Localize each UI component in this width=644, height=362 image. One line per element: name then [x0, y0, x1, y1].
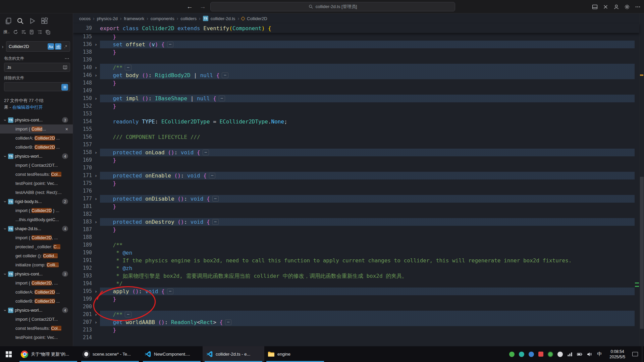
folded-ellipsis-icon[interactable]: ⋯: [125, 65, 131, 70]
code-line[interactable]: 158› protected onLoad (): void {⋯: [73, 149, 635, 156]
code-line[interactable]: 187 }: [73, 226, 635, 234]
collapse-all-icon[interactable]: [45, 30, 50, 35]
fold-chevron-icon[interactable]: ›: [92, 288, 100, 295]
sticky-scroll-line[interactable]: 39 export class Collider2D extends Event…: [73, 23, 639, 33]
tray-icon-red[interactable]: [538, 352, 543, 357]
code-line[interactable]: 175 }: [73, 179, 635, 187]
result-match-row[interactable]: ...this.rigidBody.getC...: [0, 215, 73, 224]
fold-chevron-icon[interactable]: ›: [92, 149, 100, 156]
breadcrumb-item[interactable]: cocos: [79, 16, 91, 21]
code-line[interactable]: 156 /// COMPONENT LIFECYCLE ///: [73, 133, 635, 141]
files-icon[interactable]: [5, 17, 12, 24]
back-arrow-icon[interactable]: ←: [186, 3, 193, 10]
folded-ellipsis-icon[interactable]: ⋯: [222, 72, 228, 78]
folded-ellipsis-icon[interactable]: ⋯: [203, 150, 209, 155]
code-line[interactable]: 181 }: [73, 203, 635, 210]
code-line[interactable]: 152 }: [73, 102, 635, 110]
whole-word-toggle[interactable]: ab: [55, 43, 61, 50]
folded-ellipsis-icon[interactable]: ⋯: [209, 173, 215, 178]
extensions-icon[interactable]: [41, 17, 48, 24]
taskbar-button-vscode-2[interactable]: collider-2d.ts - e...: [203, 346, 264, 362]
folded-ellipsis-icon[interactable]: ⋯: [167, 289, 173, 294]
result-match-row[interactable]: testAABB (rect: Rect):...: [0, 188, 73, 197]
breadcrumb-item[interactable]: collider-2d.ts: [211, 16, 235, 21]
result-file-row[interactable]: ›TSphysics-cont...3: [0, 115, 73, 124]
result-match-row[interactable]: import { Collider2D } ...: [0, 206, 73, 215]
code-line[interactable]: 157: [73, 141, 635, 149]
chevron-down-icon[interactable]: ›: [3, 227, 8, 231]
show-desktop-button[interactable]: [642, 346, 644, 362]
code-line[interactable]: 214: [73, 334, 635, 342]
result-match-row[interactable]: get collider (): Collid...: [0, 251, 73, 260]
fold-chevron-icon[interactable]: ›: [92, 41, 100, 48]
chevron-down-icon[interactable]: ›: [3, 308, 8, 312]
tray-icon-green[interactable]: [509, 352, 515, 357]
result-match-row[interactable]: colliderB: Collider2D ...: [0, 297, 73, 306]
folded-ellipsis-icon[interactable]: ⋯: [225, 319, 231, 325]
folded-ellipsis-icon[interactable]: ⋯: [125, 312, 131, 317]
code-line[interactable]: 191 * If the physics engine is box2d, ne…: [73, 257, 635, 264]
code-line[interactable]: 148 }: [73, 79, 635, 87]
result-match-row[interactable]: testPoint (point: Vec...: [0, 179, 73, 188]
result-file-row[interactable]: ›TSphysics-worl...4: [0, 306, 73, 315]
result-match-row[interactable]: const testResults: Col...: [0, 324, 73, 333]
account-icon[interactable]: [613, 4, 619, 10]
code-line[interactable]: 135 }: [73, 33, 635, 41]
fold-chevron-icon[interactable]: ›: [92, 172, 100, 179]
code-line[interactable]: 153: [73, 110, 635, 118]
forward-arrow-icon[interactable]: →: [200, 3, 206, 10]
tray-icon-green-2[interactable]: [548, 352, 553, 357]
taskbar-button-chrome[interactable]: 关于“物理 更新”的...: [17, 346, 79, 362]
battery-icon[interactable]: [577, 352, 582, 357]
code-line[interactable]: 154 readonly TYPE: ECollider2DType = ECo…: [73, 118, 635, 125]
result-match-row[interactable]: initialize (comp: Colli...: [0, 260, 73, 269]
search-input[interactable]: Collider2D Aa ab .*: [6, 41, 70, 52]
regex-toggle[interactable]: .*: [62, 43, 69, 50]
gear-icon[interactable]: [624, 4, 630, 10]
breadcrumb-item[interactable]: physics-2d: [97, 16, 118, 21]
layout-panel-icon[interactable]: [592, 4, 598, 10]
start-button[interactable]: [0, 346, 17, 362]
breadcrumb-item[interactable]: components: [151, 16, 174, 21]
code-line[interactable]: 171› protected onEnable (): void {⋯: [73, 172, 635, 179]
code-line[interactable]: 213 }: [73, 326, 635, 334]
match-case-toggle[interactable]: Aa: [48, 43, 54, 50]
chevron-down-icon[interactable]: ›: [3, 272, 8, 276]
toggle-search-details-icon[interactable]: [64, 56, 69, 61]
code-line[interactable]: 193 * 如果物理引擎是 box2d, 需要调用此函数来应用当前 collid…: [73, 272, 635, 280]
new-search-editor-icon[interactable]: [29, 30, 34, 35]
code-line[interactable]: 169 }: [73, 156, 635, 164]
breadcrumb-item[interactable]: framework: [124, 16, 144, 21]
fold-chevron-icon[interactable]: ›: [92, 195, 100, 203]
code-line[interactable]: 200: [73, 303, 635, 311]
folded-ellipsis-icon[interactable]: ⋯: [212, 196, 219, 202]
taskbar-button-vscode-1[interactable]: NewComponent....: [141, 346, 203, 362]
folded-ellipsis-icon[interactable]: ⋯: [167, 42, 173, 47]
result-match-row[interactable]: protected _collider: C...: [0, 242, 73, 251]
result-match-row[interactable]: import { Collid...×: [0, 124, 73, 134]
breadcrumb-item[interactable]: colliders: [180, 16, 197, 21]
folded-ellipsis-icon[interactable]: ⋯: [212, 219, 219, 225]
toggle-replace-chevron-icon[interactable]: ›: [1, 44, 5, 49]
minimap[interactable]: [635, 33, 639, 346]
editor-scrollbar[interactable]: [639, 13, 644, 346]
code-line[interactable]: 195› apply (): void {⋯: [73, 288, 635, 295]
code-line[interactable]: 207› get worldAABB (): Readonly<Rect> {⋯: [73, 318, 635, 326]
code-line[interactable]: 183› protected onDestroy (): void {⋯: [73, 218, 635, 226]
files-to-include-input[interactable]: .ts: [4, 63, 70, 72]
search-icon[interactable]: [17, 17, 24, 24]
tray-icon-blue[interactable]: [529, 352, 534, 357]
run-debug-icon[interactable]: [29, 17, 36, 24]
scrollbar-thumb[interactable]: [640, 177, 644, 329]
code-line[interactable]: 182: [73, 210, 635, 218]
dismiss-icon[interactable]: ×: [63, 126, 68, 132]
code-line[interactable]: 189 /**: [73, 241, 635, 249]
chevron-down-icon[interactable]: ›: [3, 118, 8, 122]
result-file-row[interactable]: ›TSphysics-cont...3: [0, 269, 73, 278]
result-match-row[interactable]: const testResults: Col...: [0, 170, 73, 179]
result-match-row[interactable]: import { Contact2DT...: [0, 161, 73, 170]
result-match-row[interactable]: testPoint (point: Vec...: [0, 333, 73, 342]
code-line[interactable]: 149: [73, 87, 635, 95]
code-line[interactable]: 140› /**⋯: [73, 64, 635, 71]
taskbar-button-cocos[interactable]: scene.scene* - Te...: [79, 346, 141, 362]
